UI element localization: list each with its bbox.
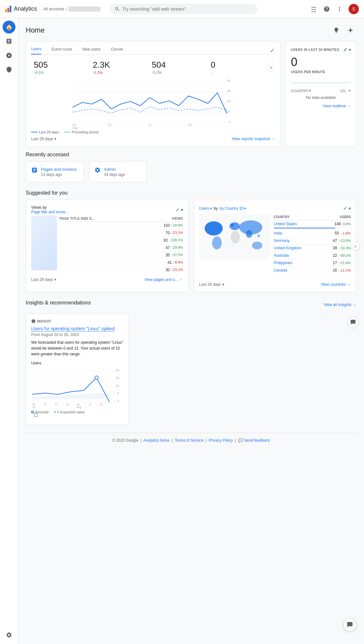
sparkle-icon[interactable]	[345, 24, 356, 36]
views-card-subtitle[interactable]: Page title and scree...	[31, 210, 69, 214]
svg-point-22	[246, 230, 252, 238]
svg-text:15: 15	[116, 376, 119, 380]
page-footer: © 2023 Google | Analytics home | Terms o…	[26, 433, 356, 448]
users-per-minute-label: USERS PER MINUTE	[291, 70, 351, 74]
help-icon[interactable]	[323, 5, 331, 13]
svg-point-19	[229, 222, 240, 230]
metrics-card: Users Event count New users Conver ✓ 505…	[26, 41, 280, 147]
view-all-insights-link[interactable]: View all Insights →	[324, 303, 356, 307]
page-header: Home	[26, 24, 356, 36]
country-card-header: Users ▾ by by Country ID ▾ ✓ ▾	[199, 205, 351, 211]
recent-card-admin[interactable]: Admin 34 days ago	[89, 161, 147, 182]
page-col-header: PAGE TITLE AND S...	[60, 217, 95, 220]
views-table: PAGE TITLE AND S... VIEWS 103↑18.9% 70↓2…	[60, 216, 183, 274]
svg-text:0: 0	[229, 120, 230, 123]
sidebar-item-admin[interactable]	[3, 629, 15, 641]
view-realtime-link[interactable]: View realtime →	[291, 104, 351, 108]
svg-text:40: 40	[227, 79, 230, 82]
page-thumbnail	[31, 216, 57, 270]
realtime-filters: COUNTRY ▾ US... ▾	[291, 89, 351, 93]
realtime-check-icon: ✓	[343, 47, 348, 53]
metric-event-count: 2.3K ↑1.3%	[90, 59, 149, 76]
us-filter[interactable]: US... ▾	[341, 89, 351, 93]
tab-users[interactable]: Users	[31, 47, 41, 54]
svg-text:20: 20	[227, 100, 230, 103]
lightbulb-icon[interactable]	[331, 24, 342, 36]
svg-text:30: 30	[227, 89, 230, 92]
svg-point-24	[231, 224, 234, 227]
country-dropdown-icon[interactable]: ▾	[349, 206, 351, 211]
legend-solid-label: Last 28 days	[39, 130, 59, 134]
insight-chart: 20 15 10 5 0	[31, 368, 123, 407]
views-by-page-card: Views by Page title and scree... ✓ ▾ PAG…	[26, 200, 189, 292]
side-notification-button[interactable]	[347, 316, 359, 328]
feedback-link[interactable]: Send feedback	[244, 438, 270, 443]
svg-point-20	[231, 231, 240, 244]
metrics-next-arrow[interactable]: ›	[267, 63, 275, 71]
country-id-filter[interactable]: by Country ID ▾	[220, 206, 246, 211]
views-check-icon: ✓	[175, 207, 180, 213]
views-dropdown-icon[interactable]: ▾	[181, 207, 183, 212]
svg-point-17	[205, 221, 223, 235]
tab-conversions[interactable]: Conver	[111, 47, 123, 54]
svg-text:20: 20	[100, 403, 103, 406]
views-card-header: Views by Page title and scree... ✓ ▾	[31, 205, 183, 214]
view-countries-link[interactable]: View countries →	[321, 282, 351, 287]
recently-accessed-section: Recently accessed Pages and screens 13 d…	[26, 152, 356, 182]
insights-section: Insights & recommendations View all Insi…	[26, 300, 356, 425]
country-date-range[interactable]: Last 28 days ▾	[199, 282, 224, 287]
check-badge: ✓	[270, 47, 275, 54]
views-card-content: PAGE TITLE AND S... VIEWS 103↑18.9% 70↓2…	[31, 216, 183, 274]
world-map	[199, 214, 270, 278]
view-reports-link[interactable]: View reports snapshot →	[232, 137, 275, 141]
country-table-header: COUNTRY USERS	[274, 214, 351, 220]
svg-marker-36	[32, 393, 109, 399]
users-col-header: USERS	[340, 215, 351, 219]
new-users-change: ↑5.2%	[152, 71, 206, 74]
insight-date: From August 20 to 26, 2023	[31, 332, 123, 337]
country-card-title[interactable]: Users ▾	[199, 206, 212, 211]
views-date-range[interactable]: Last 28 days ▾	[31, 277, 56, 282]
breadcrumb[interactable]: All accounts ›	[43, 6, 100, 12]
more-options-icon[interactable]	[336, 5, 343, 13]
view-pages-link[interactable]: View pages and s... →	[145, 277, 183, 282]
event-count-change: ↑1.3%	[93, 71, 146, 74]
privacy-link[interactable]: Privacy Policy	[209, 438, 233, 443]
country-filter[interactable]: COUNTRY ▾	[291, 89, 311, 93]
tab-event-count[interactable]: Event count	[51, 47, 72, 54]
country-next-arrow[interactable]: ›	[351, 242, 360, 251]
sidebar-item-reports[interactable]	[3, 35, 15, 48]
date-range-button[interactable]: Last 28 days ▾	[31, 137, 56, 141]
search-bar	[109, 4, 257, 14]
grid-icon[interactable]	[310, 5, 318, 13]
recent-admin-title: Admin	[104, 167, 125, 172]
analytics-home-link[interactable]: Analytics home	[143, 438, 169, 443]
insight-title[interactable]: Users for operating system "Linux" spike…	[31, 326, 123, 331]
svg-point-37	[95, 376, 98, 379]
svg-text:23: 23	[55, 403, 58, 406]
floating-action-button[interactable]	[343, 618, 356, 631]
country-row-germany: Germany 47 ↑13.0%	[274, 237, 351, 245]
country-row-india: India 55 ↓1.8%	[274, 230, 351, 237]
realtime-chart	[291, 76, 351, 86]
realtime-dropdown[interactable]: ▾	[349, 48, 351, 52]
insight-body: We forecasted that users for operating s…	[31, 340, 123, 357]
cards-row: Users Event count New users Conver ✓ 505…	[26, 41, 356, 147]
tab-new-users[interactable]: New users	[82, 47, 101, 54]
insight-icon	[31, 319, 36, 323]
map-area: COUNTRY USERS United States 148 0.0%	[199, 214, 351, 278]
table-row: 47↑29.9%	[60, 244, 183, 252]
recent-card-pages[interactable]: Pages and screens 13 days ago	[26, 161, 84, 182]
sidebar-item-explore[interactable]	[3, 49, 15, 62]
search-input[interactable]	[122, 6, 252, 12]
svg-text:10: 10	[227, 110, 230, 113]
avatar[interactable]: S	[349, 4, 359, 14]
insight-users-label: Users	[31, 361, 123, 365]
svg-text:Jul: Jul	[32, 406, 35, 409]
sidebar-item-home[interactable]: 🏠	[3, 21, 15, 34]
metrics-tabs: Users Event count New users Conver ✓	[31, 47, 275, 55]
conversions-value: 0	[211, 60, 265, 70]
sidebar-item-advertising[interactable]	[3, 63, 15, 76]
terms-link[interactable]: Terms of Service	[175, 438, 203, 443]
recently-accessed-list: Pages and screens 13 days ago Admin 34 d…	[26, 161, 356, 182]
